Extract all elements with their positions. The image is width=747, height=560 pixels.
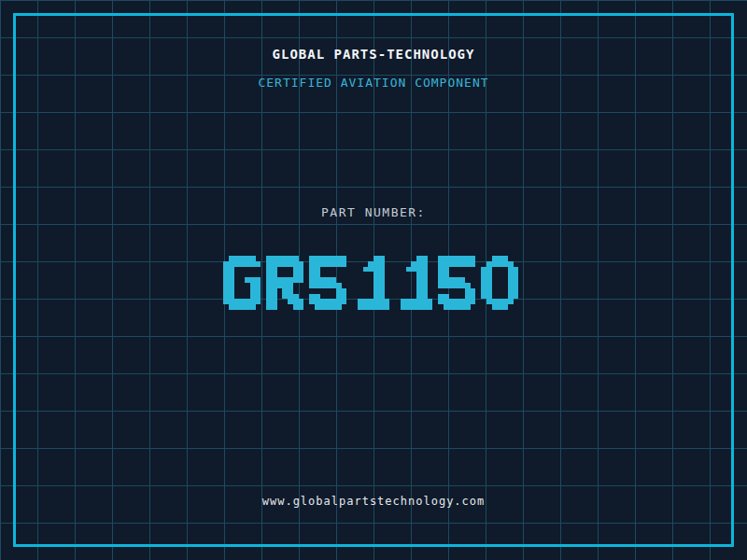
part-number-display [0,256,747,314]
website-url: www.globalpartstechnology.com [0,495,747,508]
company-title: GLOBAL PARTS-TECHNOLOGY [0,47,747,62]
part-number-value [223,256,524,310]
part-number-label: PART NUMBER: [0,205,747,219]
certificate-page: { "colors": { "background": "#0f1a2b", "… [0,0,747,560]
certification-subtitle: CERTIFIED AVIATION COMPONENT [0,76,747,90]
